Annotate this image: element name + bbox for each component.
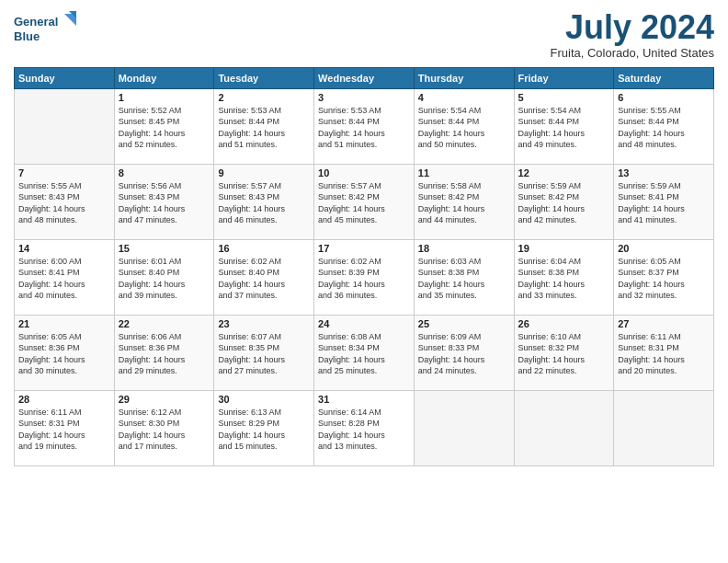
day-number: 30 xyxy=(218,394,310,405)
cell-content: Sunrise: 5:59 AM Sunset: 8:41 PM Dayligh… xyxy=(618,180,710,226)
cell-content: Sunrise: 5:54 AM Sunset: 8:44 PM Dayligh… xyxy=(418,105,510,151)
svg-text:Blue: Blue xyxy=(14,29,40,43)
day-header: Saturday xyxy=(614,67,714,88)
calendar-cell xyxy=(414,390,514,465)
cell-content: Sunrise: 6:08 AM Sunset: 8:34 PM Dayligh… xyxy=(318,331,410,377)
cell-content: Sunrise: 5:53 AM Sunset: 8:44 PM Dayligh… xyxy=(218,105,310,151)
logo-svg: General Blue xyxy=(14,9,78,51)
cell-content: Sunrise: 5:57 AM Sunset: 8:42 PM Dayligh… xyxy=(318,180,410,226)
cell-content: Sunrise: 6:11 AM Sunset: 8:31 PM Dayligh… xyxy=(18,407,110,453)
cell-content: Sunrise: 6:09 AM Sunset: 8:33 PM Dayligh… xyxy=(418,331,510,377)
location: Fruita, Colorado, United States xyxy=(551,46,714,60)
cell-content: Sunrise: 6:11 AM Sunset: 8:31 PM Dayligh… xyxy=(618,331,710,377)
calendar-cell: 2Sunrise: 5:53 AM Sunset: 8:44 PM Daylig… xyxy=(214,88,314,164)
day-number: 31 xyxy=(318,394,410,405)
calendar-cell: 15Sunrise: 6:01 AM Sunset: 8:40 PM Dayli… xyxy=(114,239,214,315)
month-title: July 2024 xyxy=(551,9,714,46)
day-number: 7 xyxy=(18,167,110,178)
cell-content: Sunrise: 5:57 AM Sunset: 8:43 PM Dayligh… xyxy=(218,180,310,226)
calendar-cell: 8Sunrise: 5:56 AM Sunset: 8:43 PM Daylig… xyxy=(114,164,214,239)
calendar-cell: 19Sunrise: 6:04 AM Sunset: 8:38 PM Dayli… xyxy=(514,239,614,315)
cell-content: Sunrise: 6:12 AM Sunset: 8:30 PM Dayligh… xyxy=(119,407,210,453)
day-number: 23 xyxy=(218,318,310,329)
day-number: 19 xyxy=(518,243,610,254)
day-number: 15 xyxy=(119,243,210,254)
day-number: 28 xyxy=(18,394,110,405)
cell-content: Sunrise: 5:59 AM Sunset: 8:42 PM Dayligh… xyxy=(518,180,610,226)
day-number: 10 xyxy=(318,167,410,178)
calendar-cell xyxy=(614,390,714,465)
calendar-cell: 18Sunrise: 6:03 AM Sunset: 8:38 PM Dayli… xyxy=(414,239,514,315)
cell-content: Sunrise: 6:10 AM Sunset: 8:32 PM Dayligh… xyxy=(518,331,610,377)
day-number: 17 xyxy=(318,243,410,254)
cell-content: Sunrise: 6:07 AM Sunset: 8:35 PM Dayligh… xyxy=(218,331,310,377)
day-number: 1 xyxy=(119,92,210,103)
day-number: 13 xyxy=(618,167,710,178)
cell-content: Sunrise: 6:02 AM Sunset: 8:40 PM Dayligh… xyxy=(218,256,310,302)
day-number: 2 xyxy=(218,92,310,103)
cell-content: Sunrise: 5:56 AM Sunset: 8:43 PM Dayligh… xyxy=(119,180,210,226)
calendar-cell: 31Sunrise: 6:14 AM Sunset: 8:28 PM Dayli… xyxy=(314,390,415,465)
day-number: 18 xyxy=(418,243,510,254)
cell-content: Sunrise: 6:05 AM Sunset: 8:37 PM Dayligh… xyxy=(618,256,710,302)
cell-content: Sunrise: 6:03 AM Sunset: 8:38 PM Dayligh… xyxy=(418,256,510,302)
logo: General Blue xyxy=(14,9,78,51)
day-number: 4 xyxy=(418,92,510,103)
calendar-cell: 10Sunrise: 5:57 AM Sunset: 8:42 PM Dayli… xyxy=(314,164,415,239)
calendar-cell: 16Sunrise: 6:02 AM Sunset: 8:40 PM Dayli… xyxy=(214,239,314,315)
calendar-cell: 28Sunrise: 6:11 AM Sunset: 8:31 PM Dayli… xyxy=(15,390,115,465)
day-header: Tuesday xyxy=(214,67,314,88)
calendar-cell: 24Sunrise: 6:08 AM Sunset: 8:34 PM Dayli… xyxy=(314,315,415,390)
cell-content: Sunrise: 6:04 AM Sunset: 8:38 PM Dayligh… xyxy=(518,256,610,302)
day-number: 27 xyxy=(618,318,710,329)
calendar-cell: 22Sunrise: 6:06 AM Sunset: 8:36 PM Dayli… xyxy=(114,315,214,390)
day-number: 11 xyxy=(418,167,510,178)
calendar-cell: 27Sunrise: 6:11 AM Sunset: 8:31 PM Dayli… xyxy=(614,315,714,390)
day-header: Monday xyxy=(114,67,214,88)
day-header: Sunday xyxy=(15,67,115,88)
cell-content: Sunrise: 6:14 AM Sunset: 8:28 PM Dayligh… xyxy=(318,407,410,453)
calendar-cell: 5Sunrise: 5:54 AM Sunset: 8:44 PM Daylig… xyxy=(514,88,614,164)
cell-content: Sunrise: 5:55 AM Sunset: 8:43 PM Dayligh… xyxy=(18,180,110,226)
day-number: 3 xyxy=(318,92,410,103)
day-number: 21 xyxy=(18,318,110,329)
day-number: 5 xyxy=(518,92,610,103)
calendar-cell: 6Sunrise: 5:55 AM Sunset: 8:44 PM Daylig… xyxy=(614,88,714,164)
cell-content: Sunrise: 6:06 AM Sunset: 8:36 PM Dayligh… xyxy=(119,331,210,377)
title-area: July 2024 Fruita, Colorado, United State… xyxy=(551,9,714,60)
calendar-cell: 14Sunrise: 6:00 AM Sunset: 8:41 PM Dayli… xyxy=(15,239,115,315)
day-number: 14 xyxy=(18,243,110,254)
cell-content: Sunrise: 6:13 AM Sunset: 8:29 PM Dayligh… xyxy=(218,407,310,453)
cell-content: Sunrise: 5:58 AM Sunset: 8:42 PM Dayligh… xyxy=(418,180,510,226)
svg-text:General: General xyxy=(14,15,58,29)
calendar-cell: 7Sunrise: 5:55 AM Sunset: 8:43 PM Daylig… xyxy=(15,164,115,239)
day-number: 26 xyxy=(518,318,610,329)
calendar-cell: 30Sunrise: 6:13 AM Sunset: 8:29 PM Dayli… xyxy=(214,390,314,465)
calendar-cell: 11Sunrise: 5:58 AM Sunset: 8:42 PM Dayli… xyxy=(414,164,514,239)
calendar-cell: 21Sunrise: 6:05 AM Sunset: 8:36 PM Dayli… xyxy=(15,315,115,390)
calendar-cell: 26Sunrise: 6:10 AM Sunset: 8:32 PM Dayli… xyxy=(514,315,614,390)
day-header: Wednesday xyxy=(314,67,415,88)
calendar-cell: 13Sunrise: 5:59 AM Sunset: 8:41 PM Dayli… xyxy=(614,164,714,239)
calendar-cell: 4Sunrise: 5:54 AM Sunset: 8:44 PM Daylig… xyxy=(414,88,514,164)
cell-content: Sunrise: 5:53 AM Sunset: 8:44 PM Dayligh… xyxy=(318,105,410,151)
cell-content: Sunrise: 5:52 AM Sunset: 8:45 PM Dayligh… xyxy=(119,105,210,151)
cell-content: Sunrise: 6:02 AM Sunset: 8:39 PM Dayligh… xyxy=(318,256,410,302)
calendar-cell: 3Sunrise: 5:53 AM Sunset: 8:44 PM Daylig… xyxy=(314,88,415,164)
calendar-cell: 17Sunrise: 6:02 AM Sunset: 8:39 PM Dayli… xyxy=(314,239,415,315)
calendar-cell: 1Sunrise: 5:52 AM Sunset: 8:45 PM Daylig… xyxy=(114,88,214,164)
cell-content: Sunrise: 6:00 AM Sunset: 8:41 PM Dayligh… xyxy=(18,256,110,302)
calendar-cell xyxy=(514,390,614,465)
day-number: 6 xyxy=(618,92,710,103)
day-number: 20 xyxy=(618,243,710,254)
day-number: 29 xyxy=(119,394,210,405)
day-number: 22 xyxy=(119,318,210,329)
calendar-table: SundayMondayTuesdayWednesdayThursdayFrid… xyxy=(14,67,714,466)
calendar-cell: 20Sunrise: 6:05 AM Sunset: 8:37 PM Dayli… xyxy=(614,239,714,315)
cell-content: Sunrise: 6:05 AM Sunset: 8:36 PM Dayligh… xyxy=(18,331,110,377)
day-number: 9 xyxy=(218,167,310,178)
day-number: 16 xyxy=(218,243,310,254)
day-number: 8 xyxy=(119,167,210,178)
cell-content: Sunrise: 5:55 AM Sunset: 8:44 PM Dayligh… xyxy=(618,105,710,151)
day-header: Thursday xyxy=(414,67,514,88)
